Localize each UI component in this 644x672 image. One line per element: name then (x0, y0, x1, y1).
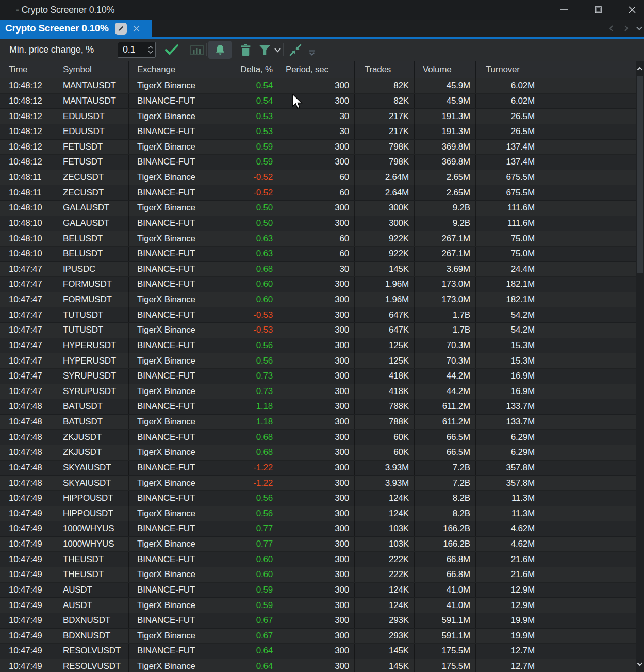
table-row[interactable]: 10:47:49 AUSDT BINANCE-FUT 0.59 300 124K… (0, 583, 636, 598)
scrollbar-thumb[interactable] (637, 76, 643, 273)
table-row[interactable]: 10:48:12 EDUUSDT TigerX Binance 0.53 30 … (0, 109, 636, 124)
cell-filler (540, 247, 636, 261)
stepper-up-icon[interactable] (148, 46, 153, 49)
cell-trades: 82K (355, 94, 415, 109)
column-header-delta[interactable]: Delta, % (212, 61, 278, 78)
table-row[interactable]: 10:47:48 SKYAIUSDT BINANCE-FUT -1.22 300… (0, 461, 636, 476)
column-header-time[interactable]: Time (0, 61, 55, 78)
scroll-down-button[interactable] (636, 658, 644, 671)
table-row[interactable]: 10:48:12 FETUSDT TigerX Binance 0.59 300… (0, 140, 636, 155)
cell-symbol: MANTAUSDT (55, 94, 129, 109)
table-row[interactable]: 10:47:48 ZKJUSDT BINANCE-FUT 0.68 300 60… (0, 430, 636, 445)
table-row[interactable]: 10:47:47 IPUSDC BINANCE-FUT 0.68 30 145K… (0, 262, 636, 277)
filter-button[interactable] (256, 39, 273, 61)
maximize-button[interactable] (586, 0, 610, 20)
table-row[interactable]: 10:47:48 ZKJUSDT TigerX Binance 0.68 300… (0, 445, 636, 461)
table-row[interactable]: 10:47:49 THEUSDT BINANCE-FUT 0.60 300 22… (0, 552, 636, 567)
table-row[interactable]: 10:47:48 BATUSDT BINANCE-FUT 1.18 300 78… (0, 399, 636, 415)
table-row[interactable]: 10:47:49 BDXNUSDT TigerX Binance 0.67 30… (0, 629, 636, 644)
collapse-toolbar-button[interactable] (306, 47, 318, 59)
cell-exchange: BINANCE-FUT (129, 262, 212, 277)
table-row[interactable]: 10:47:47 SYRUPUSDT BINANCE-FUT 0.73 300 … (0, 369, 636, 384)
cell-turnover: 24.4M (476, 262, 540, 277)
tabs-scroll-right-button[interactable] (622, 20, 630, 37)
table-row[interactable]: 10:48:10 BELUSDT BINANCE-FUT 0.63 60 922… (0, 247, 636, 262)
table-row[interactable]: 10:47:49 HIPPOUSDT BINANCE-FUT 0.56 300 … (0, 491, 636, 506)
cell-symbol: RESOLVUSDT (55, 659, 129, 672)
cell-trades: 145K (355, 659, 415, 672)
cell-exchange: BINANCE-FUT (129, 583, 212, 598)
stepper-down-icon[interactable] (148, 51, 153, 54)
column-header-period[interactable]: Period, sec (278, 61, 355, 78)
scroll-up-button[interactable] (636, 62, 644, 75)
close-button[interactable] (620, 0, 644, 20)
vertical-scrollbar[interactable] (636, 61, 644, 672)
cell-exchange: TigerX Binance (129, 415, 212, 430)
table-row[interactable]: 10:47:47 SYRUPUSDT TigerX Binance 0.73 3… (0, 384, 636, 400)
cell-symbol: 1000WHYUS (55, 521, 129, 536)
scroll-down-icon (637, 662, 643, 666)
table-row[interactable]: 10:47:47 TUTUSDT TigerX Binance -0.53 30… (0, 323, 636, 338)
table-row[interactable]: 10:48:10 GALAUSDT BINANCE-FUT 0.50 300 3… (0, 216, 636, 232)
tabs-scroll-left-button[interactable] (607, 20, 616, 37)
table-body: 10:48:12 MANTAUSDT TigerX Binance 0.54 3… (0, 78, 636, 672)
filter-dropdown-button[interactable] (272, 39, 283, 61)
column-header-symbol[interactable]: Symbol (55, 61, 129, 78)
cell-trades: 217K (355, 109, 415, 124)
column-header-trades[interactable]: Trades (355, 61, 415, 78)
column-header-turnover[interactable]: Turnover (476, 61, 540, 78)
table-row[interactable]: 10:48:12 MANTAUSDT TigerX Binance 0.54 3… (0, 78, 636, 94)
table-row[interactable]: 10:48:12 MANTAUSDT BINANCE-FUT 0.54 300 … (0, 94, 636, 109)
table-row[interactable]: 10:47:49 RESOLVUSDT TigerX Binance 0.64 … (0, 659, 636, 672)
table-row[interactable]: 10:47:48 BATUSDT TigerX Binance 1.18 300… (0, 415, 636, 430)
table-row[interactable]: 10:47:47 HYPERUSDT BINANCE-FUT 0.56 300 … (0, 338, 636, 354)
column-header-volume[interactable]: Volume (415, 61, 476, 78)
cell-time: 10:48:12 (0, 94, 55, 109)
apply-button[interactable] (162, 39, 181, 61)
collapse-window-button[interactable] (286, 39, 305, 61)
tab-edit-button[interactable] (115, 23, 127, 35)
alerts-toggle-button[interactable] (209, 39, 231, 61)
table-row[interactable]: 10:48:11 ZECUSDT BINANCE-FUT -0.52 60 2.… (0, 185, 636, 201)
cell-volume: 191.3M (415, 124, 476, 139)
cell-time: 10:48:12 (0, 78, 55, 93)
cell-period: 300 (278, 506, 355, 521)
table-row[interactable]: 10:47:47 TUTUSDT BINANCE-FUT -0.53 300 6… (0, 307, 636, 323)
table-row[interactable]: 10:47:49 AUSDT TigerX Binance 0.59 300 1… (0, 598, 636, 613)
table-row[interactable]: 10:48:12 EDUUSDT BINANCE-FUT 0.53 30 217… (0, 124, 636, 140)
value-stepper[interactable] (146, 42, 155, 57)
cell-volume: 66.8M (415, 567, 476, 582)
cell-filler (540, 567, 636, 582)
cell-trades: 222K (355, 567, 415, 582)
table-row[interactable]: 10:47:47 HYPERUSDT TigerX Binance 0.56 3… (0, 353, 636, 369)
cell-period: 300 (278, 277, 355, 292)
table-row[interactable]: 10:47:49 1000WHYUS TigerX Binance 0.77 3… (0, 537, 636, 552)
cell-filler (540, 170, 636, 185)
table-row[interactable]: 10:48:10 BELUSDT TigerX Binance 0.63 60 … (0, 231, 636, 247)
cell-turnover: 11.3M (476, 491, 540, 506)
table-row[interactable]: 10:47:49 THEUSDT TigerX Binance 0.60 300… (0, 567, 636, 583)
tabs-list-button[interactable] (635, 20, 643, 37)
table-row[interactable]: 10:47:47 FORMUSDT TigerX Binance 0.60 30… (0, 292, 636, 308)
table-row[interactable]: 10:48:10 GALAUSDT TigerX Binance 0.50 30… (0, 201, 636, 216)
table-row[interactable]: 10:48:11 ZECUSDT TigerX Binance -0.52 60… (0, 170, 636, 186)
title-bar: - Crypto Screener 0.10% (0, 0, 644, 20)
table-row[interactable]: 10:47:47 FORMUSDT BINANCE-FUT 0.60 300 1… (0, 277, 636, 292)
table-row[interactable]: 10:48:12 FETUSDT BINANCE-FUT 0.59 300 79… (0, 155, 636, 170)
clear-button[interactable] (237, 39, 254, 61)
tab-crypto-screener[interactable]: Crypto Screener 0.10% (0, 20, 152, 37)
table-row[interactable]: 10:47:49 RESOLVUSDT BINANCE-FUT 0.64 300… (0, 644, 636, 659)
minimize-button[interactable] (552, 0, 576, 20)
column-header-exchange[interactable]: Exchange (129, 61, 212, 78)
table-row[interactable]: 10:47:49 1000WHYUS BINANCE-FUT 0.77 300 … (0, 521, 636, 537)
table-row[interactable]: 10:47:48 SKYAIUSDT TigerX Binance -1.22 … (0, 476, 636, 491)
tab-close-button[interactable] (132, 24, 141, 33)
cell-filler (540, 338, 636, 353)
min-price-change-input[interactable]: 0.1 (118, 42, 156, 58)
checkmark-icon (164, 43, 179, 57)
table-row[interactable]: 10:47:49 BDXNUSDT BINANCE-FUT 0.67 300 2… (0, 613, 636, 629)
cell-exchange: BINANCE-FUT (129, 399, 212, 414)
cell-period: 300 (278, 629, 355, 644)
chart-button[interactable] (189, 39, 205, 61)
table-row[interactable]: 10:47:49 HIPPOUSDT TigerX Binance 0.56 3… (0, 506, 636, 522)
